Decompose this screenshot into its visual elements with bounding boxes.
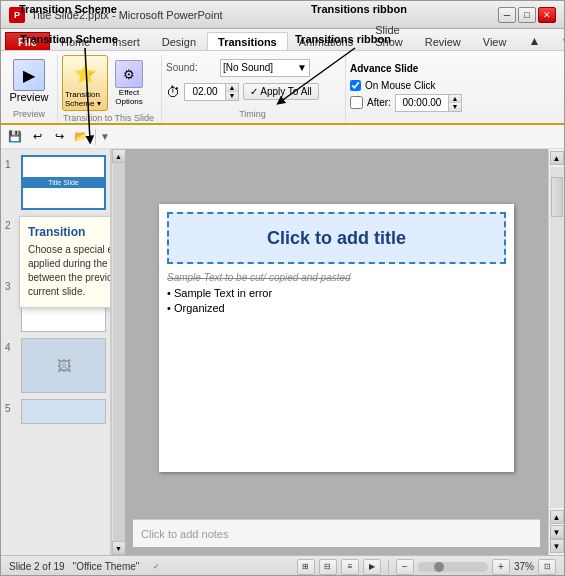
slide-num-5: 5: [5, 399, 17, 414]
duration-value[interactable]: [185, 84, 225, 100]
open-button[interactable]: 📂: [71, 127, 91, 147]
title-bar: P Title Slide2.pptx - Microsoft PowerPoi…: [1, 1, 564, 29]
slide-num-3: 3: [5, 277, 17, 292]
scroll-up-button[interactable]: ▲: [550, 151, 564, 165]
slide-num-1: 1: [5, 155, 17, 170]
undo-button[interactable]: ↩: [27, 127, 47, 147]
ribbon-group-transition: ⭐ Transition Scheme ▾ ⚙ Effect Options T…: [62, 55, 162, 121]
slide-num-4: 4: [5, 338, 17, 353]
sound-row: Sound: [No Sound] ▼: [166, 59, 339, 77]
duration-row: ⏱ ▲ ▼ ✓ Apply To All: [166, 83, 339, 101]
sound-dropdown[interactable]: [No Sound] ▼: [220, 59, 310, 77]
slide-strikethrough: Sample Text to be cut/ copied and pasted: [167, 272, 506, 283]
slides-scroll-up[interactable]: ▲: [112, 149, 126, 163]
preview-group-label: Preview: [7, 107, 51, 119]
scroll-prev-slide[interactable]: ▲: [550, 510, 564, 524]
tab-slideshow[interactable]: Slide Show: [364, 20, 414, 50]
tab-question-icon[interactable]: ?: [551, 32, 565, 50]
zoom-slider[interactable]: [418, 562, 488, 572]
close-button[interactable]: ✕: [538, 7, 556, 23]
duration-spinbox[interactable]: ▲ ▼: [184, 83, 239, 101]
tooltip-title: Transition: [28, 225, 111, 239]
slide-title-area[interactable]: Click to add title: [167, 212, 506, 264]
slideshow-view-button[interactable]: ▶: [363, 559, 381, 575]
status-bar: Slide 2 of 19 "Office Theme" ✓ ⊞ ⊟ ≡ ▶ −…: [1, 555, 564, 576]
duration-up[interactable]: ▲: [226, 84, 238, 92]
after-up[interactable]: ▲: [449, 95, 461, 103]
slide-thumb-1[interactable]: 1 Title Slide: [1, 155, 110, 210]
ribbon-group-timing: Sound: [No Sound] ▼ ⏱ ▲ ▼ ✓ Apply To All: [166, 55, 346, 121]
apply-all-button[interactable]: ✓ Apply To All: [243, 83, 319, 100]
slide-title-text: Click to add title: [267, 228, 406, 249]
slides-scroll-track[interactable]: [113, 163, 125, 541]
sound-dropdown-arrow: ▼: [297, 62, 307, 73]
after-value[interactable]: [396, 95, 448, 111]
transition-scheme-button[interactable]: ⭐ Transition Scheme ▾: [62, 55, 108, 111]
zoom-out-button[interactable]: −: [396, 559, 414, 575]
tab-transitions[interactable]: Transitions: [207, 32, 288, 50]
normal-view-button[interactable]: ⊞: [297, 559, 315, 575]
slide-bullet-2: Organized: [167, 302, 506, 314]
slide-thumb-5[interactable]: 5: [1, 399, 110, 424]
minimize-button[interactable]: ─: [498, 7, 516, 23]
effect-icon: ⚙: [115, 60, 143, 88]
tab-home[interactable]: Home: [50, 32, 101, 50]
slide-content-area[interactable]: Sample Text to be cut/ copied and pasted…: [167, 272, 506, 464]
slide-info: Slide 2 of 19: [9, 561, 65, 572]
zoom-in-button[interactable]: +: [492, 559, 510, 575]
redo-button[interactable]: ↪: [49, 127, 69, 147]
tab-file[interactable]: File: [5, 32, 50, 50]
tab-help-icon[interactable]: ▲: [517, 30, 551, 50]
slide-sorter-button[interactable]: ⊟: [319, 559, 337, 575]
advance-slide-label: Advance Slide: [350, 63, 474, 74]
slide5-content: [22, 400, 105, 423]
slide-canvas[interactable]: Click to add title Sample Text to be cut…: [159, 204, 514, 472]
tab-review[interactable]: Review: [414, 32, 472, 50]
sound-value: [No Sound]: [223, 62, 273, 73]
tab-design[interactable]: Design: [151, 32, 207, 50]
after-spinbox[interactable]: ▲ ▼: [395, 94, 462, 112]
scroll-thumb[interactable]: [551, 177, 563, 217]
preview-button[interactable]: ▶ Preview: [7, 55, 51, 107]
slide-preview-1[interactable]: Title Slide: [21, 155, 106, 210]
slide-thumb-4[interactable]: 4 🖼: [1, 338, 110, 393]
notes-view-button[interactable]: ≡: [341, 559, 359, 575]
toolbar: 💾 ↩ ↪ 📂 ▼: [1, 125, 564, 149]
slide-preview-4[interactable]: 🖼: [21, 338, 106, 393]
after-label: After:: [367, 97, 391, 108]
maximize-button[interactable]: □: [518, 7, 536, 23]
zoom-percent: 37%: [514, 561, 534, 572]
notes-bar[interactable]: Click to add notes: [133, 519, 540, 547]
slides-scroll-down[interactable]: ▼: [112, 541, 126, 555]
slide1-title: Title Slide: [23, 177, 104, 188]
preview-icon: ▶: [13, 59, 45, 91]
slide-preview-5[interactable]: [21, 399, 106, 424]
tab-insert[interactable]: Insert: [101, 32, 151, 50]
ribbon-group-advance: Advance Slide On Mouse Click After: ▲ ▼: [350, 55, 480, 121]
transition-group-label: Transition to This Slide: [62, 111, 155, 123]
fit-window-button[interactable]: ⊡: [538, 559, 556, 575]
after-arrows: ▲ ▼: [448, 95, 461, 111]
after-checkbox[interactable]: [350, 96, 363, 109]
save-button[interactable]: 💾: [5, 127, 25, 147]
right-scrollbar[interactable]: ▲ ▲ ▼ ▼: [548, 149, 564, 555]
scroll-track[interactable]: [550, 167, 564, 508]
pp-icon: P: [9, 7, 25, 23]
scroll-down-button[interactable]: ▼: [550, 539, 564, 553]
scheme-icon: ⭐: [69, 58, 101, 90]
slide-2-container: 2 Title Sample text... Transition Choose…: [1, 216, 110, 271]
slides-panel-scrollbar[interactable]: ▲ ▼: [111, 149, 125, 555]
preview-label: Preview: [9, 91, 48, 103]
slide-editor: Click to add title Sample Text to be cut…: [125, 149, 548, 555]
scroll-next-slide[interactable]: ▼: [550, 525, 564, 539]
after-down[interactable]: ▼: [449, 103, 461, 111]
effect-options-button[interactable]: ⚙ Effect Options: [110, 58, 148, 108]
tab-animations[interactable]: Animations: [288, 32, 364, 50]
on-mouse-click-checkbox[interactable]: [350, 80, 361, 91]
toolbar-sep: [95, 129, 96, 145]
after-row: After: ▲ ▼: [350, 94, 474, 112]
notes-placeholder: Click to add notes: [141, 528, 228, 540]
tab-view[interactable]: View: [472, 32, 518, 50]
slide-bullet-1: Sample Text in error: [167, 287, 506, 299]
duration-down[interactable]: ▼: [226, 92, 238, 100]
